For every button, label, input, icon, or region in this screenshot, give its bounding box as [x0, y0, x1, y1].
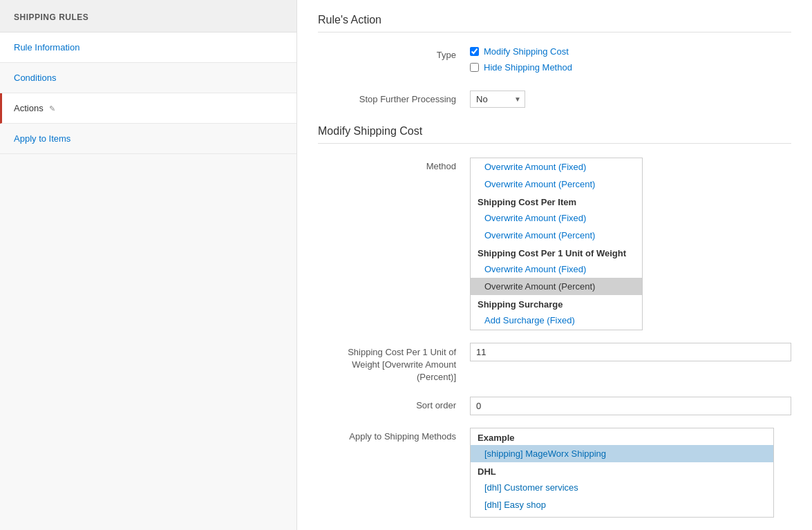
modify-shipping-cost-header: Modify Shipping Cost — [318, 125, 791, 144]
sidebar-item-actions-label: Actions — [14, 103, 44, 113]
modify-shipping-cost-checkbox[interactable] — [470, 47, 479, 56]
method-label: Method — [318, 158, 470, 171]
modify-shipping-cost-section: Modify Shipping Cost Method Overwrite Am… — [318, 125, 791, 518]
rules-action-header: Rule's Action — [318, 14, 791, 32]
sidebar-nav: Rule Information Conditions Actions ✎ Ap… — [0, 32, 296, 154]
modify-shipping-cost-label[interactable]: Modify Shipping Cost — [484, 46, 569, 57]
listbox-item-overwrite-fixed-top[interactable]: Overwrite Amount (Fixed) — [471, 158, 642, 176]
sidebar-item-actions[interactable]: Actions ✎ — [0, 93, 296, 124]
shipping-cost-field-row: Shipping Cost Per 1 Unit of Weight [Over… — [318, 343, 791, 384]
listbox-item-per-item-percent[interactable]: Overwrite Amount (Percent) — [471, 227, 642, 244]
listbox-group-per-item: Shipping Cost Per Item — [471, 193, 642, 209]
apply-to-label: Apply to Shipping Methods — [318, 428, 470, 442]
listbox-item-surcharge-fixed[interactable]: Add Surcharge (Fixed) — [471, 312, 642, 329]
type-row: Type Modify Shipping Cost Hide Shipping … — [318, 46, 791, 78]
sort-order-row: Sort order — [318, 397, 791, 415]
listbox-item-per-item-fixed[interactable]: Overwrite Amount (Fixed) — [471, 209, 642, 227]
sm-group-dhl: DHL — [471, 462, 773, 479]
sm-group-example: Example — [471, 428, 773, 445]
stop-processing-select[interactable]: No Yes — [470, 91, 525, 108]
listbox-group-surcharge: Shipping Surcharge — [471, 295, 642, 312]
stop-processing-select-wrapper: No Yes ▼ — [470, 91, 525, 108]
sm-item-dhl-easy[interactable]: [dhl] Easy shop — [471, 496, 773, 513]
sort-order-input[interactable] — [470, 397, 791, 415]
listbox-item-overwrite-percent-top[interactable]: Overwrite Amount (Percent) — [471, 176, 642, 193]
app-layout: SHIPPING RULES Rule Information Conditio… — [0, 0, 812, 530]
sidebar-item-conditions[interactable]: Conditions — [0, 63, 296, 93]
edit-icon: ✎ — [49, 104, 55, 113]
sort-order-label: Sort order — [318, 397, 470, 410]
shipping-cost-field-control — [470, 343, 791, 361]
stop-processing-control: No Yes ▼ — [470, 91, 791, 108]
stop-processing-row: Stop Further Processing No Yes ▼ — [318, 91, 791, 108]
method-control: Overwrite Amount (Fixed) Overwrite Amoun… — [470, 158, 791, 330]
method-row: Method Overwrite Amount (Fixed) Overwrit… — [318, 158, 791, 330]
apply-to-control: Example [shipping] MageWorx Shipping DHL… — [470, 428, 791, 518]
sidebar-item-apply-to-items[interactable]: Apply to Items — [0, 124, 296, 154]
modify-shipping-cost-row: Modify Shipping Cost — [470, 46, 791, 57]
type-control: Modify Shipping Cost Hide Shipping Metho… — [470, 46, 791, 78]
sidebar-item-rule-information[interactable]: Rule Information — [0, 32, 296, 63]
sm-item-dhl-customer[interactable]: [dhl] Customer services — [471, 479, 773, 496]
sidebar: SHIPPING RULES Rule Information Conditio… — [0, 0, 297, 530]
listbox-item-per-weight-percent[interactable]: Overwrite Amount (Percent) — [471, 278, 642, 295]
shipping-cost-field-label: Shipping Cost Per 1 Unit of Weight [Over… — [318, 343, 470, 384]
hide-shipping-method-label[interactable]: Hide Shipping Method — [484, 62, 572, 73]
listbox-item-per-weight-fixed[interactable]: Overwrite Amount (Fixed) — [471, 261, 642, 278]
sort-order-control — [470, 397, 791, 415]
stop-processing-label: Stop Further Processing — [318, 91, 470, 104]
apply-to-row: Apply to Shipping Methods Example [shipp… — [318, 428, 791, 518]
hide-shipping-method-row: Hide Shipping Method — [470, 62, 791, 73]
hide-shipping-method-checkbox[interactable] — [470, 63, 479, 72]
sidebar-title: SHIPPING RULES — [0, 0, 296, 32]
sidebar-item-conditions-label: Conditions — [14, 73, 56, 83]
listbox-group-per-weight: Shipping Cost Per 1 Unit of Weight — [471, 244, 642, 261]
listbox-item-surcharge-percent[interactable]: Add Surcharge (Percent) — [471, 329, 642, 330]
sidebar-item-rule-information-label: Rule Information — [14, 42, 79, 53]
rules-action-section: Rule's Action Type Modify Shipping Cost … — [318, 14, 791, 108]
type-label: Type — [318, 46, 470, 60]
shipping-cost-field-input[interactable] — [470, 343, 791, 361]
method-listbox[interactable]: Overwrite Amount (Fixed) Overwrite Amoun… — [470, 158, 643, 330]
main-content: Rule's Action Type Modify Shipping Cost … — [297, 0, 812, 530]
shipping-methods-listbox[interactable]: Example [shipping] MageWorx Shipping DHL… — [470, 428, 774, 518]
sm-item-mageworx[interactable]: [shipping] MageWorx Shipping — [471, 445, 773, 462]
sidebar-item-apply-to-items-label: Apply to Items — [14, 133, 70, 144]
